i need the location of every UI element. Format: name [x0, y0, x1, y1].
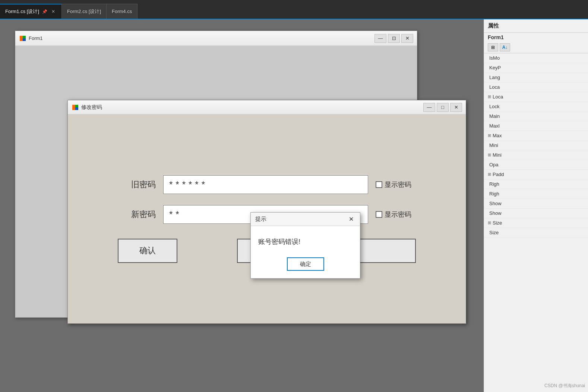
tab-form2-label: Form2.cs [设计] — [67, 8, 101, 15]
form1-restore-btn[interactable]: ⊡ — [388, 34, 400, 43]
prop-opa-name: Opa — [489, 162, 499, 167]
prop-keyp-name: KeyP — [489, 65, 501, 70]
prop-show2[interactable]: Show — [484, 208, 588, 218]
right-panel: 属性 Form1 ⊞ A↓ IsMo KeyP Lang Loca ⊞ Loca — [484, 19, 588, 392]
prop-size1-name: Size — [493, 220, 502, 226]
form1-close-btn[interactable]: ✕ — [401, 34, 413, 43]
form1-icon — [19, 35, 26, 42]
form1-window-controls: — ⊡ ✕ — [374, 34, 413, 43]
dialog-ok-button[interactable]: 确定 — [287, 257, 324, 271]
tab-form4-label: Form4.cs — [112, 9, 132, 14]
prop-lang-name: Lang — [489, 75, 500, 80]
prop-mini1-name: Mini — [489, 142, 498, 148]
right-panel-toolbar: ⊞ A↓ — [484, 42, 588, 53]
prop-padd-name: Padd — [493, 172, 504, 177]
watermark: CSDN @书海shunai — [544, 383, 585, 389]
tab-form1-close[interactable]: ✕ — [50, 9, 56, 15]
prop-ismodal-name: IsMo — [489, 55, 500, 61]
dialog-ok-label: 确定 — [300, 261, 311, 268]
prop-mini2[interactable]: ⊞ Mini — [484, 150, 588, 160]
form1-minimize-btn[interactable]: — — [374, 34, 386, 43]
dialog-titlebar: 提示 ✕ — [251, 213, 360, 226]
prop-loca1[interactable]: Loca — [484, 82, 588, 92]
form1-titlebar: Form1 — ⊡ ✕ — [15, 31, 417, 46]
form1-title: Form1 — [29, 35, 374, 41]
dialog-footer: 确定 — [251, 254, 360, 278]
prop-righ1-name: Righ — [489, 181, 499, 187]
dialog-overlay: 提示 ✕ 账号密码错误! 确定 — [68, 100, 466, 323]
form1-window: Form1 — ⊡ ✕ 修改密码 — □ — [15, 31, 417, 318]
prop-size1[interactable]: ⊞ Size — [484, 218, 588, 228]
watermark-text: CSDN @书海shunai — [544, 383, 585, 388]
prop-maxi-name: MaxI — [489, 123, 500, 129]
right-panel-title: 属性 — [488, 22, 499, 29]
prop-padd-expand: ⊞ — [488, 172, 491, 177]
prop-loca2-expand: ⊞ — [488, 94, 491, 99]
prop-loca2-name: Loca — [493, 94, 503, 100]
pin-icon[interactable]: 📌 — [42, 9, 47, 14]
prop-lock-name: Lock — [489, 104, 499, 109]
prop-show1-name: Show — [489, 201, 502, 206]
prop-loca1-name: Loca — [489, 84, 500, 90]
form1-body: 修改密码 — □ ✕ 旧密码 ****** — [15, 46, 417, 317]
prop-size2[interactable]: Size — [484, 228, 588, 238]
prop-loca2[interactable]: ⊞ Loca — [484, 92, 588, 102]
tab-form1[interactable]: Form1.cs [设计] 📌 ✕ — [0, 4, 62, 19]
prop-size1-expand: ⊞ — [488, 220, 491, 225]
right-panel-subheader: Form1 — [484, 33, 588, 42]
design-area: Form1 — ⊡ ✕ 修改密码 — □ — [0, 19, 484, 392]
prop-max-name: Max — [493, 133, 502, 138]
dialog-message: 账号密码错误! — [258, 238, 300, 245]
prop-main[interactable]: Main — [484, 112, 588, 121]
dialog: 提示 ✕ 账号密码错误! 确定 — [250, 212, 360, 279]
prop-righ1[interactable]: Righ — [484, 179, 588, 189]
form2-window: 修改密码 — □ ✕ 旧密码 ****** — [67, 100, 466, 324]
right-panel-form-name: Form1 — [488, 34, 504, 40]
prop-opa[interactable]: Opa — [484, 160, 588, 170]
dialog-close-btn[interactable]: ✕ — [347, 215, 355, 224]
prop-lang[interactable]: Lang — [484, 73, 588, 82]
prop-righ2[interactable]: Righ — [484, 189, 588, 199]
prop-mini1[interactable]: Mini — [484, 141, 588, 150]
prop-show2-name: Show — [489, 210, 502, 216]
tab-bar: Form1.cs [设计] 📌 ✕ Form2.cs [设计] Form4.cs — [0, 0, 588, 19]
dialog-title: 提示 — [255, 216, 347, 223]
property-list: IsMo KeyP Lang Loca ⊞ Loca Lock Main Max — [484, 53, 588, 238]
prop-main-name: Main — [489, 113, 500, 119]
prop-mini2-expand: ⊞ — [488, 153, 491, 157]
prop-padd[interactable]: ⊞ Padd — [484, 170, 588, 179]
form-icon-blue — [23, 38, 26, 41]
prop-mini2-name: Mini — [493, 152, 502, 158]
dialog-body: 账号密码错误! — [251, 226, 360, 254]
prop-maxi[interactable]: MaxI — [484, 121, 588, 131]
prop-size2-name: Size — [489, 230, 499, 235]
prop-max[interactable]: ⊞ Max — [484, 131, 588, 141]
prop-show1[interactable]: Show — [484, 199, 588, 208]
tab-form2[interactable]: Form2.cs [设计] — [62, 4, 107, 19]
prop-righ2-name: Righ — [489, 191, 499, 197]
right-panel-header: 属性 — [484, 19, 588, 33]
prop-ismodal[interactable]: IsMo — [484, 53, 588, 63]
toolbar-btn-2[interactable]: A↓ — [500, 43, 510, 51]
tab-form1-label: Form1.cs [设计] — [5, 8, 39, 15]
toolbar-btn-1[interactable]: ⊞ — [488, 43, 498, 51]
form-icon-shape — [20, 36, 26, 41]
prop-lock[interactable]: Lock — [484, 102, 588, 112]
prop-keyp[interactable]: KeyP — [484, 63, 588, 73]
prop-max-expand: ⊞ — [488, 133, 491, 138]
tab-form4[interactable]: Form4.cs — [107, 4, 137, 19]
